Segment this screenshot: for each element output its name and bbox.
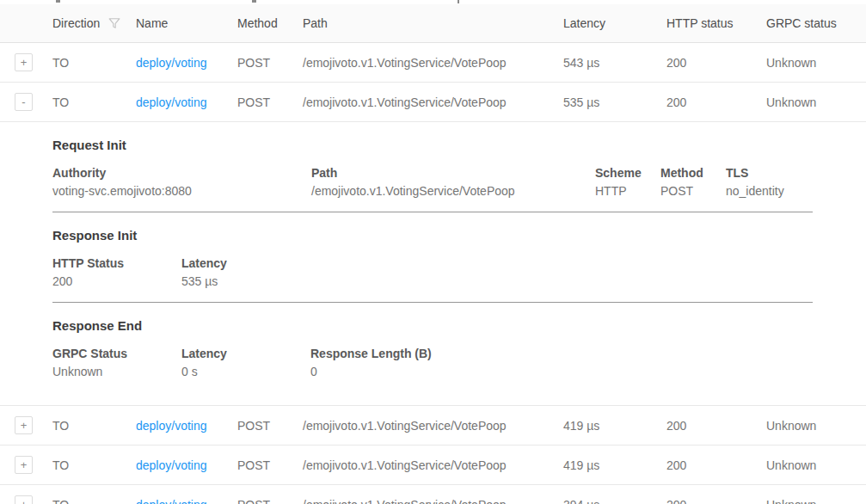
- field-tls: TLS no_identity: [726, 164, 813, 200]
- path-cell: /emojivoto.v1.VotingService/VotePoop: [303, 56, 563, 70]
- section-title: Response Init: [52, 228, 813, 243]
- filter-funnel-icon[interactable]: [108, 17, 120, 29]
- field-grpc-status: GRPC Status Unknown: [52, 345, 181, 381]
- field-label: Latency: [181, 345, 310, 363]
- deployment-link[interactable]: deploy/voting: [136, 419, 207, 433]
- field-value: 535 µs: [181, 273, 813, 291]
- field-response-length: Response Length (B) 0: [310, 345, 813, 381]
- deployment-link[interactable]: deploy/voting: [136, 498, 207, 504]
- clipped-text-fragment: [56, 0, 60, 3]
- column-header-grpc-status: GRPC status: [766, 16, 866, 30]
- table-row: + TO deploy/voting POST /emojivoto.v1.Vo…: [0, 446, 866, 485]
- field-value: /emojivoto.v1.VotingService/VotePoop: [311, 182, 595, 200]
- grpc-status-cell: Unknown: [766, 458, 866, 472]
- field-scheme: Scheme HTTP: [595, 164, 660, 200]
- field-label: Path: [311, 164, 595, 182]
- column-header-direction: Direction: [52, 16, 136, 30]
- field-value: 200: [52, 273, 181, 291]
- table-row: + TO deploy/voting POST /emojivoto.v1.Vo…: [0, 406, 866, 446]
- clipped-text-line: [0, 0, 866, 4]
- field-value: no_identity: [726, 182, 813, 200]
- field-latency: Latency 535 µs: [181, 255, 813, 291]
- field-http-status: HTTP Status 200: [52, 255, 181, 291]
- response-init-section: Response Init HTTP Status 200 Latency 53…: [52, 212, 813, 303]
- field-label: TLS: [726, 164, 813, 182]
- field-label: Scheme: [595, 164, 660, 182]
- method-cell: POST: [237, 498, 303, 504]
- grpc-status-cell: Unknown: [766, 56, 866, 70]
- direction-cell: TO: [52, 95, 136, 109]
- column-header-name: Name: [136, 16, 237, 30]
- field-path: Path /emojivoto.v1.VotingService/VotePoo…: [311, 164, 595, 200]
- path-cell: /emojivoto.v1.VotingService/VotePoop: [303, 95, 563, 109]
- section-title: Response End: [52, 318, 813, 333]
- path-cell: /emojivoto.v1.VotingService/VotePoop: [303, 498, 563, 504]
- field-value: Unknown: [52, 363, 181, 381]
- direction-cell: TO: [52, 498, 136, 504]
- direction-cell: TO: [52, 458, 136, 472]
- response-end-section: Response End GRPC Status Unknown Latency…: [52, 303, 813, 405]
- grpc-status-cell: Unknown: [766, 498, 866, 504]
- method-cell: POST: [237, 56, 303, 70]
- deployment-link[interactable]: deploy/voting: [136, 458, 207, 472]
- column-header-http-status: HTTP status: [666, 16, 766, 30]
- method-cell: POST: [237, 419, 303, 433]
- tap-results-table: Direction Name Method Path Latency HTTP …: [0, 4, 866, 504]
- field-label: GRPC Status: [52, 345, 181, 363]
- field-label: Authority: [52, 164, 311, 182]
- field-label: Latency: [181, 255, 813, 273]
- grpc-status-cell: Unknown: [766, 419, 866, 433]
- field-value: POST: [660, 182, 726, 200]
- column-header-latency: Latency: [563, 16, 666, 30]
- direction-cell: TO: [52, 56, 136, 70]
- column-header-path: Path: [303, 16, 563, 30]
- field-authority: Authority voting-svc.emojivoto:8080: [52, 164, 311, 200]
- direction-cell: TO: [52, 419, 136, 433]
- field-label: HTTP Status: [52, 255, 181, 273]
- grpc-status-cell: Unknown: [766, 95, 866, 109]
- method-cell: POST: [237, 95, 303, 109]
- field-value: 0 s: [181, 363, 310, 381]
- field-value: voting-svc.emojivoto:8080: [52, 182, 311, 200]
- table-row: + TO deploy/voting POST /emojivoto.v1.Vo…: [0, 485, 866, 504]
- field-label: Method: [660, 164, 726, 182]
- latency-cell: 394 µs: [563, 498, 666, 504]
- section-title: Request Init: [52, 138, 813, 152]
- latency-cell: 419 µs: [563, 458, 666, 472]
- table-row: + TO deploy/voting POST /emojivoto.v1.Vo…: [0, 43, 866, 83]
- latency-cell: 419 µs: [563, 419, 666, 433]
- field-method: Method POST: [660, 164, 726, 200]
- expand-row-button[interactable]: +: [15, 495, 33, 504]
- field-latency: Latency 0 s: [181, 345, 310, 381]
- expand-row-button[interactable]: +: [15, 416, 33, 434]
- column-header-method: Method: [237, 16, 303, 30]
- deployment-link[interactable]: deploy/voting: [136, 56, 207, 70]
- field-label: Response Length (B): [310, 345, 813, 363]
- request-init-section: Request Init Authority voting-svc.emojiv…: [52, 122, 813, 212]
- method-cell: POST: [237, 458, 303, 472]
- path-cell: /emojivoto.v1.VotingService/VotePoop: [303, 419, 563, 433]
- deployment-link[interactable]: deploy/voting: [136, 95, 207, 109]
- latency-cell: 543 µs: [563, 56, 666, 70]
- http-status-cell: 200: [666, 56, 766, 70]
- expand-row-button[interactable]: +: [15, 53, 33, 71]
- field-value: 0: [310, 363, 813, 381]
- table-header-row: Direction Name Method Path Latency HTTP …: [0, 4, 866, 43]
- table-row-expanded: - TO deploy/voting POST /emojivoto.v1.Vo…: [0, 83, 866, 122]
- expand-row-button[interactable]: +: [15, 456, 33, 474]
- http-status-cell: 200: [666, 498, 766, 504]
- http-status-cell: 200: [666, 458, 766, 472]
- column-header-direction-label: Direction: [52, 16, 100, 30]
- clipped-text-fragment: [458, 0, 459, 3]
- http-status-cell: 200: [666, 95, 766, 109]
- expanded-row-detail: Request Init Authority voting-svc.emojiv…: [0, 122, 866, 406]
- latency-cell: 535 µs: [563, 95, 666, 109]
- path-cell: /emojivoto.v1.VotingService/VotePoop: [303, 458, 563, 472]
- field-value: HTTP: [595, 182, 660, 200]
- clipped-text-fragment: [252, 0, 256, 3]
- collapse-row-button[interactable]: -: [15, 93, 33, 111]
- http-status-cell: 200: [666, 419, 766, 433]
